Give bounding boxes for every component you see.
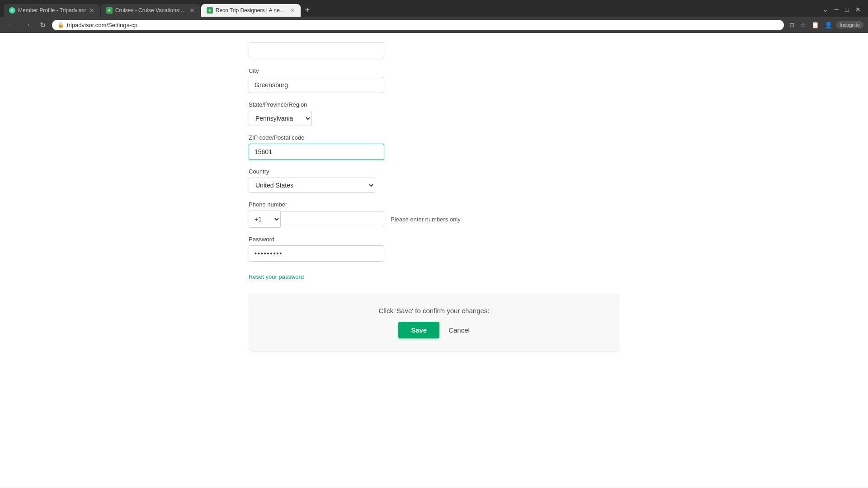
tab-close-cruises[interactable]: ✕ (189, 7, 195, 14)
city-group: City (249, 67, 619, 93)
bookmark-star-icon[interactable]: ☆ (798, 19, 808, 30)
country-group: Country United States Canada United King… (249, 168, 619, 193)
tab-favicon-reco: ● (207, 7, 213, 14)
state-label: State/Province/Region (249, 101, 619, 108)
phone-row: +1 +44 +61 +49 Please enter numbers only (249, 211, 619, 228)
reset-password-wrapper: Reset your password (249, 270, 619, 280)
phone-code-select[interactable]: +1 +44 +61 +49 (249, 211, 280, 228)
save-button[interactable]: Save (398, 322, 439, 338)
tab-favicon-tripadvisor: ● (9, 7, 15, 14)
tab-reco-label: Reco Trip Designers | A new kin... (216, 7, 287, 14)
phone-hint: Please enter numbers only (391, 216, 461, 223)
browser-toolbar: ⊡ ☆ 📋 👤 Incognito (788, 19, 863, 30)
zip-input[interactable] (249, 144, 384, 160)
state-select[interactable]: Pennsylvania California New York Texas F… (249, 111, 312, 126)
save-actions: Save Cancel (267, 322, 601, 338)
tab-close-member-profile[interactable]: ✕ (89, 7, 94, 14)
top-cutoff-field (249, 42, 619, 58)
reset-password-link[interactable]: Reset your password (249, 273, 304, 280)
incognito-badge: Incognito (836, 21, 863, 28)
phone-number-input[interactable] (280, 211, 384, 227)
country-label: Country (249, 168, 619, 175)
zip-label: ZIP code/Postal code (249, 134, 619, 141)
address-bar-text: tripadvisor.com/Settings-cp (67, 22, 778, 28)
password-input[interactable] (249, 245, 384, 262)
page-content: City State/Province/Region Pennsylvania … (0, 33, 868, 488)
lock-icon: 🔒 (57, 22, 64, 28)
profile-icon[interactable]: 👤 (823, 19, 834, 30)
settings-form: City State/Province/Region Pennsylvania … (231, 33, 637, 370)
address-bar-row: ← → ↻ 🔒 tripadvisor.com/Settings-cp ⊡ ☆ … (0, 17, 868, 33)
tab-favicon-cruises: ● (106, 7, 113, 14)
tab-close-reco[interactable]: ✕ (290, 7, 295, 14)
password-label: Password (249, 236, 619, 243)
tab-bar: ● Member Profile - Tripadvisor ✕ ● Cruis… (0, 0, 868, 17)
extension-icon[interactable]: ⊡ (788, 19, 797, 30)
phone-group: Phone number +1 +44 +61 +49 Please enter… (249, 201, 619, 228)
city-input[interactable] (249, 77, 384, 93)
zip-group: ZIP code/Postal code (249, 134, 619, 160)
browser-chrome: ● Member Profile - Tripadvisor ✕ ● Cruis… (0, 0, 868, 33)
country-select[interactable]: United States Canada United Kingdom Aust… (249, 178, 375, 193)
tab-member-profile-label: Member Profile - Tripadvisor (18, 7, 86, 14)
address-bar[interactable]: 🔒 tripadvisor.com/Settings-cp (52, 20, 784, 30)
save-hint: Click 'Save' to confirm your changes: (267, 307, 601, 314)
tab-cruises-label: Cruises - Cruise Vacations: 2023 (115, 7, 187, 14)
reading-list-icon[interactable]: 📋 (810, 19, 821, 30)
cancel-button[interactable]: Cancel (448, 326, 470, 334)
cutoff-input[interactable] (249, 42, 384, 58)
close-window-button[interactable]: ✕ (854, 4, 863, 15)
maximize-button[interactable]: □ (844, 4, 851, 15)
save-section: Click 'Save' to confirm your changes: Sa… (249, 294, 619, 352)
tab-member-profile[interactable]: ● Member Profile - Tripadvisor ✕ (4, 4, 100, 17)
tab-reco[interactable]: ● Reco Trip Designers | A new kin... ✕ (201, 4, 301, 17)
tab-cruises[interactable]: ● Cruises - Cruise Vacations: 2023 ✕ (101, 4, 200, 17)
password-group: Password (249, 236, 619, 262)
forward-button[interactable]: → (21, 20, 33, 30)
phone-label: Phone number (249, 201, 619, 208)
state-group: State/Province/Region Pennsylvania Calif… (249, 101, 619, 126)
back-button[interactable]: ← (5, 20, 17, 30)
tab-list-button[interactable]: ⌄ (821, 4, 830, 15)
city-label: City (249, 67, 619, 74)
minimize-button[interactable]: ─ (833, 4, 841, 15)
refresh-button[interactable]: ↻ (37, 20, 48, 30)
new-tab-button[interactable]: + (302, 4, 314, 17)
